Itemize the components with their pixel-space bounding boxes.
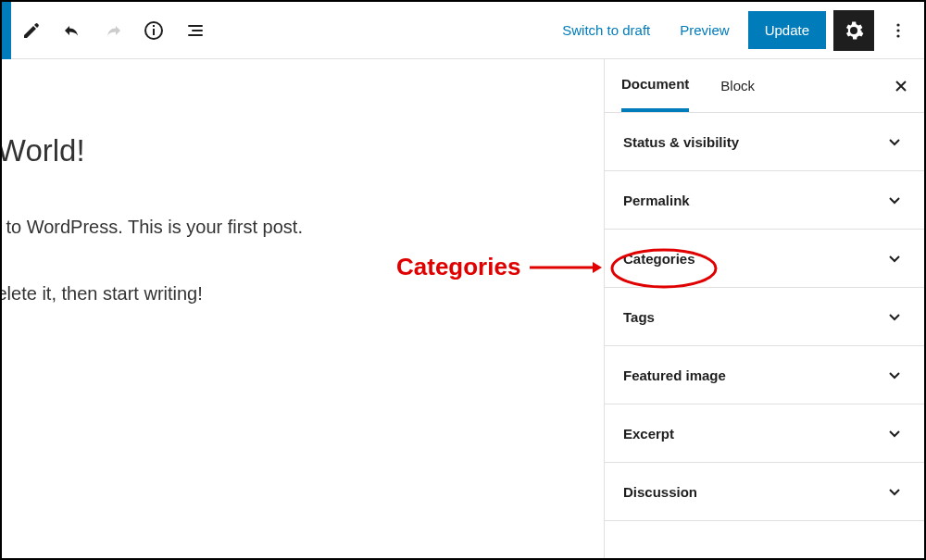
toolbar-left — [2, 2, 215, 59]
info-icon — [143, 19, 165, 42]
panel-excerpt[interactable]: Excerpt — [605, 404, 924, 463]
info-button[interactable] — [133, 10, 174, 51]
svg-rect-1 — [153, 29, 155, 35]
panel-label: Tags — [623, 309, 655, 325]
close-icon — [893, 78, 909, 94]
kebab-icon — [887, 19, 909, 42]
post-paragraph-2[interactable]: or delete it, then start writing! — [2, 280, 604, 307]
pencil-icon — [20, 19, 43, 42]
gear-icon — [843, 19, 865, 42]
top-toolbar: Switch to draft Preview Update — [2, 2, 924, 59]
preview-button[interactable]: Preview — [669, 15, 740, 45]
panel-label: Excerpt — [623, 426, 674, 442]
panel-status-visibility[interactable]: Status & visibility — [605, 113, 924, 171]
settings-sidebar: Document Block Status & visibility Perma… — [604, 59, 924, 558]
redo-button[interactable] — [93, 10, 133, 51]
panel-permalink[interactable]: Permalink — [605, 171, 924, 230]
chevron-down-icon — [885, 482, 904, 501]
panel-featured-image[interactable]: Featured image — [605, 346, 924, 404]
chevron-down-icon — [885, 132, 904, 151]
svg-point-5 — [896, 34, 899, 37]
post-paragraph-1[interactable]: ome to WordPress. This is your first pos… — [2, 213, 604, 241]
editor-canvas[interactable]: lo World! ome to WordPress. This is your… — [2, 59, 604, 558]
chevron-down-icon — [885, 307, 904, 326]
panel-categories[interactable]: Categories — [605, 230, 924, 288]
close-sidebar-button[interactable] — [893, 78, 909, 94]
svg-rect-2 — [153, 25, 155, 27]
panel-label: Featured image — [623, 367, 726, 383]
main-area: lo World! ome to WordPress. This is your… — [2, 59, 924, 558]
settings-button[interactable] — [833, 10, 874, 51]
panel-tags[interactable]: Tags — [605, 288, 924, 346]
more-options-button[interactable] — [882, 10, 915, 51]
edit-button[interactable] — [11, 10, 52, 51]
update-button[interactable]: Update — [748, 11, 826, 49]
chevron-down-icon — [885, 191, 904, 209]
undo-icon — [61, 19, 83, 42]
panel-label: Discussion — [623, 484, 697, 500]
svg-point-4 — [896, 29, 899, 31]
redo-icon — [102, 19, 124, 42]
chevron-down-icon — [885, 424, 904, 442]
editor-accent-strip — [2, 2, 11, 59]
undo-button[interactable] — [52, 10, 93, 51]
tab-document[interactable]: Document — [621, 59, 689, 112]
tab-block[interactable]: Block — [720, 61, 755, 110]
switch-to-draft-button[interactable]: Switch to draft — [551, 15, 661, 45]
panel-label: Categories — [623, 251, 695, 267]
chevron-down-icon — [885, 249, 904, 268]
sidebar-tabs: Document Block — [605, 59, 924, 113]
outline-button[interactable] — [174, 10, 215, 51]
chevron-down-icon — [885, 366, 904, 384]
panel-label: Status & visibility — [623, 134, 739, 150]
list-outline-icon — [183, 19, 206, 42]
toolbar-right: Switch to draft Preview Update — [551, 10, 915, 51]
svg-point-3 — [896, 23, 899, 26]
panel-label: Permalink — [623, 193, 690, 208]
post-title[interactable]: lo World! — [2, 133, 604, 168]
panel-discussion[interactable]: Discussion — [605, 463, 924, 521]
